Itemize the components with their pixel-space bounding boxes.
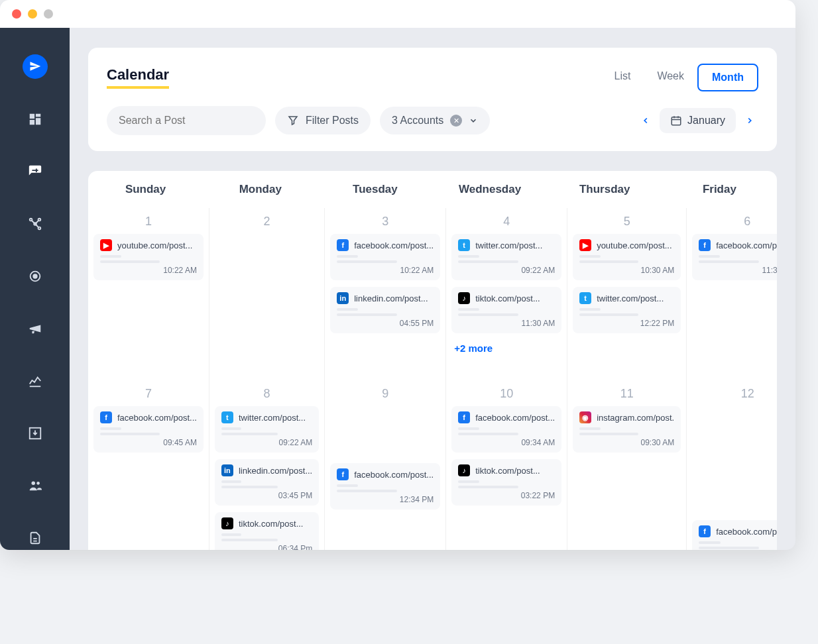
sidebar-item-network[interactable]: [23, 213, 47, 236]
post-card[interactable]: ffacebook.com/post...06:30 PM: [692, 520, 777, 550]
post-card[interactable]: inlinkedin.com/post...03:45 PM: [215, 459, 319, 506]
sidebar-item-posts[interactable]: [23, 160, 47, 184]
post-card[interactable]: ffacebook.com/post...09:34 AM: [451, 406, 561, 453]
svg-rect-2: [35, 119, 40, 125]
calendar-cell[interactable]: 4ttwitter.com/post...09:22 AM♪tiktok.com…: [446, 208, 567, 380]
accounts-dropdown[interactable]: 3 Accounts ✕: [380, 107, 490, 134]
post-card[interactable]: ♪tiktok.com/post...06:34 Pm: [215, 512, 319, 550]
calendar-cell[interactable]: 3ffacebook.com/post...10:22 AMinlinkedin…: [325, 208, 446, 380]
post-card[interactable]: ttwitter.com/post...09:22 AM: [451, 234, 561, 280]
prev-month-button[interactable]: [637, 112, 654, 129]
calendar-cell[interactable]: 7ffacebook.com/post...09:45 AM: [88, 380, 209, 550]
post-time: 09:45 AM: [100, 438, 197, 447]
calendar-icon: [670, 115, 682, 127]
svg-point-16: [36, 482, 40, 485]
sidebar-item-target[interactable]: [23, 265, 47, 288]
post-time: 04:55 PM: [337, 319, 434, 328]
logo-icon[interactable]: [23, 54, 48, 79]
tab-week[interactable]: Week: [644, 64, 697, 91]
sidebar-item-team[interactable]: [23, 474, 47, 498]
post-card[interactable]: ◉instagram.com/post.09:30 AM: [573, 406, 681, 453]
post-card[interactable]: ffacebook.com/post...11:30 AM: [692, 234, 777, 280]
month-selector[interactable]: January: [660, 108, 736, 133]
calendar-cell[interactable]: 5▶youtube.com/post...10:30 AMttwitter.co…: [567, 208, 687, 380]
minimize-dot[interactable]: [28, 9, 37, 19]
maximize-dot[interactable]: [44, 9, 53, 19]
post-url: youtube.com/post...: [597, 241, 672, 250]
svg-rect-21: [672, 117, 681, 125]
clear-icon[interactable]: ✕: [450, 115, 462, 127]
search-input[interactable]: [107, 106, 266, 135]
sidebar-item-campaigns[interactable]: [23, 317, 47, 341]
sidebar-item-download[interactable]: [23, 422, 47, 445]
post-url: linkedin.com/post...: [239, 466, 312, 476]
tw-icon: t: [579, 292, 591, 304]
more-link[interactable]: +2 more: [451, 340, 561, 356]
day-number: 9: [330, 384, 440, 406]
svg-line-9: [35, 221, 39, 225]
next-month-button[interactable]: [741, 112, 758, 129]
post-card[interactable]: ttwitter.com/post...12:22 PM: [573, 287, 681, 333]
window-titlebar: [0, 0, 795, 28]
li-icon: in: [337, 292, 349, 304]
post-url: facebook.com/post...: [117, 413, 197, 423]
post-card[interactable]: ♪tiktok.com/post...03:22 PM: [451, 459, 561, 506]
post-url: facebook.com/post...: [354, 470, 434, 480]
post-time: 09:34 AM: [458, 438, 555, 447]
calendar-cell[interactable]: 10ffacebook.com/post...09:34 AM♪tiktok.c…: [446, 380, 567, 550]
post-url: facebook.com/post...: [354, 241, 434, 250]
post-card[interactable]: ▶youtube.com/post...10:22 AM: [93, 234, 204, 280]
post-time: 06:34 Pm: [221, 544, 312, 550]
calendar-cell[interactable]: 12ffacebook.com/post...06:30 PM: [687, 380, 777, 550]
day-header: Tuesday: [318, 171, 432, 208]
day-number: 12: [692, 384, 777, 406]
calendar-cell[interactable]: 11◉instagram.com/post.09:30 AM: [567, 380, 687, 550]
fb-icon: f: [100, 411, 112, 423]
post-card[interactable]: ffacebook.com/post...12:34 PM: [330, 463, 440, 510]
calendar-cell[interactable]: 6ffacebook.com/post...11:30 AM: [687, 208, 777, 380]
post-preview-lines: [458, 427, 555, 435]
chevron-down-icon: [469, 116, 478, 125]
fb-icon: f: [458, 411, 470, 423]
calendar-cell[interactable]: 9ffacebook.com/post...12:34 PM: [325, 380, 446, 550]
sidebar-item-dashboard[interactable]: [23, 108, 47, 131]
post-time: 12:34 PM: [337, 495, 434, 504]
post-card[interactable]: ▶youtube.com/post...10:30 AM: [573, 234, 681, 280]
post-url: tiktok.com/post...: [239, 519, 304, 529]
post-url: youtube.com/post...: [117, 241, 192, 250]
post-preview-lines: [221, 427, 312, 435]
post-preview-lines: [699, 255, 777, 263]
post-card[interactable]: ffacebook.com/post...09:45 AM: [93, 406, 204, 453]
post-preview-lines: [458, 308, 555, 316]
post-preview-lines: [100, 255, 197, 263]
sidebar-item-analytics[interactable]: [23, 370, 47, 393]
post-time: 03:45 PM: [221, 491, 312, 500]
sidebar-item-reports[interactable]: [23, 527, 47, 550]
close-dot[interactable]: [12, 9, 21, 19]
filter-button[interactable]: Filter Posts: [275, 107, 371, 134]
tab-list[interactable]: List: [601, 64, 644, 91]
page-title: Calendar: [107, 66, 169, 89]
post-preview-lines: [221, 533, 312, 541]
search-field[interactable]: [119, 115, 251, 127]
tk-icon: ♪: [221, 517, 233, 529]
post-card[interactable]: ttwitter.com/post...09:22 AM: [215, 406, 319, 453]
calendar-cell[interactable]: 2: [209, 208, 325, 380]
day-header: Wednesday: [433, 171, 548, 208]
post-card[interactable]: ffacebook.com/post...10:22 AM: [330, 234, 440, 280]
svg-point-15: [31, 482, 35, 486]
calendar-cell[interactable]: 8ttwitter.com/post...09:22 AMinlinkedin.…: [209, 380, 325, 550]
post-time: 12:22 PM: [579, 319, 674, 328]
tw-icon: t: [458, 239, 470, 251]
day-number: 1: [93, 212, 204, 234]
post-card[interactable]: ♪tiktok.com/post...11:30 AM: [451, 287, 561, 333]
svg-line-8: [31, 221, 35, 225]
calendar-cell[interactable]: 1▶youtube.com/post...10:22 AM: [88, 208, 209, 380]
tab-month[interactable]: Month: [697, 64, 758, 91]
day-header: Thursday: [548, 171, 662, 208]
post-card[interactable]: inlinkedin.com/post...04:55 PM: [330, 287, 440, 333]
day-number: 10: [451, 384, 561, 406]
svg-point-12: [33, 275, 37, 279]
filter-icon: [287, 115, 299, 127]
post-preview-lines: [337, 484, 434, 492]
